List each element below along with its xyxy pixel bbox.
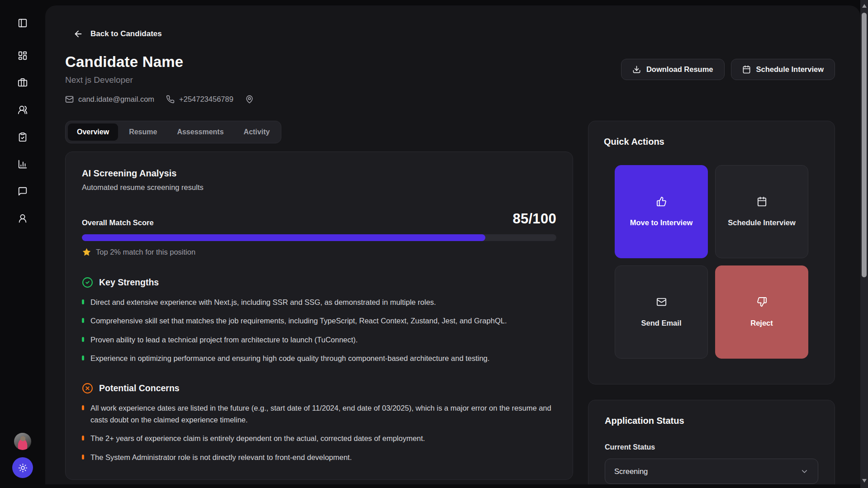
tile-label: Schedule Interview [728, 218, 795, 227]
scrollbar-thumb[interactable] [862, 13, 867, 277]
bullet-dot [82, 318, 84, 323]
move-to-interview-button[interactable]: Move to Interview [615, 165, 708, 258]
ai-card-subtitle: Automated resume screening results [82, 183, 556, 192]
briefcase-icon[interactable] [18, 78, 28, 88]
sidebar [0, 0, 45, 488]
schedule-interview-label: Schedule Interview [756, 65, 824, 74]
calendar-icon [742, 65, 751, 74]
candidate-email: cand.idate@gmail.com [78, 95, 154, 104]
bullet-dot [82, 455, 84, 460]
thumbs-up-icon [656, 196, 667, 207]
header-actions: Download Resume Schedule Interview [621, 59, 835, 80]
schedule-interview-tile[interactable]: Schedule Interview [715, 165, 808, 258]
bar-chart-icon[interactable] [18, 159, 28, 169]
list-item: Direct and extensive experience with Nex… [82, 296, 556, 308]
list-item: Experience in optimizing performance and… [82, 352, 556, 364]
sun-icon [18, 463, 28, 473]
phone-icon [166, 95, 175, 104]
arrow-left-icon [73, 29, 83, 39]
left-column: Overview Resume Assessments Activity AI … [65, 121, 573, 480]
scroll-down-arrow[interactable] [862, 479, 867, 483]
sidebar-nav [18, 51, 28, 223]
download-resume-button[interactable]: Download Resume [621, 59, 725, 80]
current-status-select[interactable]: Screening [605, 459, 818, 484]
bullet-dot [82, 337, 84, 342]
current-status-label: Current Status [605, 443, 818, 451]
mail-icon [65, 95, 74, 104]
sidebar-footer [12, 433, 33, 478]
chevron-down-icon [800, 467, 809, 476]
score-label: Overall Match Score [82, 218, 154, 227]
back-label: Back to Candidates [90, 29, 162, 38]
calendar-icon [757, 196, 767, 207]
back-to-candidates-link[interactable]: Back to Candidates [73, 29, 835, 39]
bullet-dot [82, 405, 84, 410]
strengths-title: Key Strengths [99, 277, 159, 288]
candidate-phone: +254723456789 [179, 95, 233, 104]
candidate-header: Candidate Name Next js Developer cand.id… [65, 53, 835, 104]
list-item: Comprehensive skill set that matches the… [82, 315, 556, 327]
contact-row: cand.idate@gmail.com +254723456789 [65, 95, 254, 104]
quick-actions-card: Quick Actions Move to Interview [588, 121, 835, 384]
bullet-dot [82, 355, 84, 360]
users-icon[interactable] [18, 105, 28, 115]
list-item: The System Administrator role is not dir… [82, 451, 556, 463]
thumbs-down-icon [757, 297, 767, 307]
candidate-info: Candidate Name Next js Developer cand.id… [65, 53, 254, 104]
tile-label: Move to Interview [630, 218, 693, 227]
candidate-role: Next js Developer [65, 75, 254, 85]
ai-screening-card: AI Screening Analysis Automated resume s… [65, 152, 573, 480]
scroll-up-arrow[interactable] [862, 4, 867, 8]
tab-assessments[interactable]: Assessments [168, 123, 232, 141]
current-status-value: Screening [614, 467, 648, 476]
concerns-title: Potential Concerns [99, 383, 180, 393]
match-note-text: Top 2% match for this position [96, 248, 195, 256]
bullet-dot [82, 436, 84, 441]
application-status-card: Application Status Current Status Screen… [588, 400, 835, 484]
candidate-detail-page: Back to Candidates Candidate Name Next j… [0, 0, 868, 488]
tab-resume[interactable]: Resume [120, 123, 166, 141]
download-icon [632, 65, 641, 74]
main-panel: Back to Candidates Candidate Name Next j… [45, 5, 860, 484]
clipboard-check-icon[interactable] [18, 132, 28, 142]
list-item: Proven ability to lead a technical proje… [82, 334, 556, 346]
dashboard-icon[interactable] [18, 51, 28, 61]
potential-concerns-section: Potential Concerns All work experience d… [82, 383, 556, 464]
quick-actions-grid: Move to Interview Schedule Interview [615, 165, 808, 359]
match-score-progressbar [82, 234, 556, 241]
tile-label: Reject [750, 319, 773, 327]
application-status-title: Application Status [605, 416, 818, 426]
tab-bar: Overview Resume Assessments Activity [65, 121, 281, 143]
schedule-interview-button[interactable]: Schedule Interview [731, 59, 835, 80]
reject-button[interactable]: Reject [715, 265, 808, 359]
match-score-section: Overall Match Score 85/100 Top 2% matc [82, 211, 556, 257]
profile-icon[interactable] [18, 213, 28, 223]
panel-left-icon[interactable] [18, 18, 28, 28]
user-avatar[interactable] [14, 433, 31, 450]
match-score-progress-fill [82, 234, 485, 241]
send-email-button[interactable]: Send Email [615, 265, 708, 359]
concerns-list: All work experience dates are listed in … [82, 402, 556, 464]
scrollbar [860, 0, 868, 488]
list-item: All work experience dates are listed in … [82, 402, 556, 426]
mail-icon [656, 297, 667, 307]
score-value: 85/100 [512, 211, 556, 227]
key-strengths-section: Key Strengths Direct and extensive exper… [82, 277, 556, 365]
ai-card-title: AI Screening Analysis [82, 168, 556, 179]
download-resume-label: Download Resume [646, 65, 713, 74]
list-item: The 2+ years of experience claim is enti… [82, 432, 556, 444]
strengths-list: Direct and extensive experience with Nex… [82, 296, 556, 365]
circle-x-icon [82, 383, 93, 394]
circle-check-icon [82, 277, 93, 288]
tab-activity[interactable]: Activity [235, 123, 279, 141]
tab-overview[interactable]: Overview [68, 123, 118, 141]
tile-label: Send Email [641, 319, 682, 327]
messages-icon[interactable] [18, 186, 28, 196]
star-icon [82, 247, 91, 257]
theme-toggle-button[interactable] [12, 457, 33, 478]
right-column: Quick Actions Move to Interview [588, 121, 835, 484]
quick-actions-title: Quick Actions [588, 137, 835, 147]
candidate-name: Candidate Name [65, 53, 254, 71]
map-pin-icon [245, 95, 254, 104]
bullet-dot [82, 299, 84, 304]
